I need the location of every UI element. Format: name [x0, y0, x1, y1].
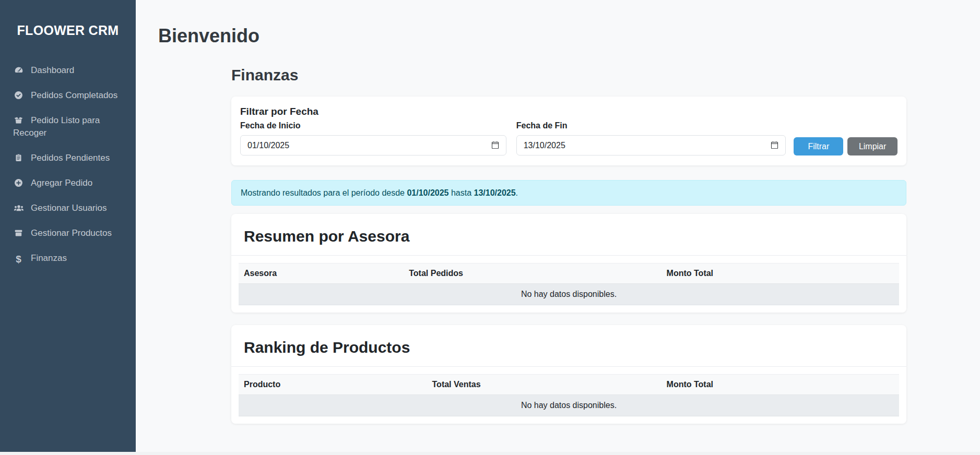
filter-button[interactable]: Filtrar [794, 137, 843, 155]
product-ranking-card: Ranking de Productos Producto Total Vent… [231, 325, 906, 424]
horizontal-scrollbar[interactable] [0, 452, 980, 455]
plus-circle-icon [13, 178, 24, 188]
sidebar-item-label: Pedido Listo para Recoger [13, 115, 100, 138]
table-row: No hay datos disponibles. [239, 395, 899, 416]
sidebar-item-dashboard[interactable]: Dashboard [0, 58, 136, 83]
sidebar-item-pedidos-pendientes[interactable]: Pedidos Pendientes [0, 146, 136, 171]
sidebar-item-label: Gestionar Usuarios [31, 203, 107, 213]
box-icon [13, 229, 24, 238]
column-header: Total Pedidos [404, 264, 661, 284]
ranking-table: Producto Total Ventas Monto Total No hay… [239, 374, 899, 416]
sidebar-item-pedidos-completados[interactable]: Pedidos Completados [0, 83, 136, 108]
end-date-label: Fecha de Fin [516, 121, 786, 130]
box-open-icon [13, 116, 24, 125]
alert-text: . [516, 188, 518, 197]
section-title: Finanzas [231, 66, 906, 85]
table-header-row: Producto Total Ventas Monto Total [239, 375, 899, 395]
sidebar-item-agregar-pedido[interactable]: Agregar Pedido [0, 171, 136, 196]
sidebar-item-pedido-listo-para-recoger[interactable]: Pedido Listo para Recoger [0, 108, 136, 146]
clear-button[interactable]: Limpiar [847, 137, 898, 155]
gauge-icon [13, 65, 24, 75]
column-header: Total Ventas [427, 375, 662, 395]
alert-text: Mostrando resultados para el período des… [241, 188, 407, 197]
check-circle-icon [13, 91, 24, 100]
column-header: Producto [239, 375, 427, 395]
sidebar-item-finanzas[interactable]: $Finanzas [0, 246, 136, 271]
main-content: Bienvenido Finanzas Filtrar por Fecha Fe… [136, 0, 980, 424]
page-title: Bienvenido [158, 25, 980, 47]
filter-title: Filtrar por Fecha [240, 106, 898, 117]
sidebar: FLOOWER CRM Dashboard Pedidos Completado… [0, 0, 136, 452]
alert-start-date: 01/10/2025 [407, 188, 448, 197]
app-brand: FLOOWER CRM [0, 23, 136, 38]
sidebar-menu: Dashboard Pedidos Completados Pedido Lis… [0, 58, 136, 271]
summary-by-advisor-card: Resumen por Asesora Asesora Total Pedido… [231, 214, 906, 313]
end-date-input[interactable] [524, 141, 771, 150]
sidebar-item-label: Gestionar Productos [31, 228, 112, 238]
column-header: Monto Total [662, 375, 899, 395]
sidebar-item-label: Dashboard [31, 65, 74, 75]
table-header-row: Asesora Total Pedidos Monto Total [239, 264, 899, 284]
empty-state-message: No hay datos disponibles. [239, 284, 899, 305]
clipboard-icon [13, 153, 24, 162]
column-header: Monto Total [662, 264, 899, 284]
sidebar-item-label: Pedidos Pendientes [31, 153, 110, 163]
start-date-label: Fecha de Inicio [240, 121, 506, 130]
summary-card-title: Resumen por Asesora [244, 227, 894, 246]
start-date-calendar-icon[interactable] [491, 141, 499, 149]
sidebar-item-label: Finanzas [31, 253, 67, 263]
sidebar-item-gestionar-usuarios[interactable]: Gestionar Usuarios [0, 196, 136, 221]
sidebar-item-label: Agregar Pedido [31, 178, 92, 188]
column-header: Asesora [239, 264, 404, 284]
users-icon [13, 203, 24, 213]
end-date-field [516, 135, 786, 155]
start-date-field [240, 135, 506, 155]
table-row: No hay datos disponibles. [239, 284, 899, 305]
sidebar-item-gestionar-productos[interactable]: Gestionar Productos [0, 221, 136, 246]
alert-end-date: 13/10/2025 [474, 188, 516, 197]
dollar-icon: $ [13, 255, 24, 264]
ranking-card-title: Ranking de Productos [244, 338, 894, 357]
sidebar-item-label: Pedidos Completados [31, 90, 117, 100]
end-date-calendar-icon[interactable] [771, 141, 778, 149]
alert-text: hasta [449, 188, 474, 197]
results-period-alert: Mostrando resultados para el período des… [231, 180, 906, 206]
summary-table: Asesora Total Pedidos Monto Total No hay… [239, 263, 899, 305]
empty-state-message: No hay datos disponibles. [239, 395, 899, 416]
date-filter-card: Filtrar por Fecha Fecha de Inicio Fecha … [231, 97, 906, 165]
start-date-input[interactable] [247, 141, 491, 150]
